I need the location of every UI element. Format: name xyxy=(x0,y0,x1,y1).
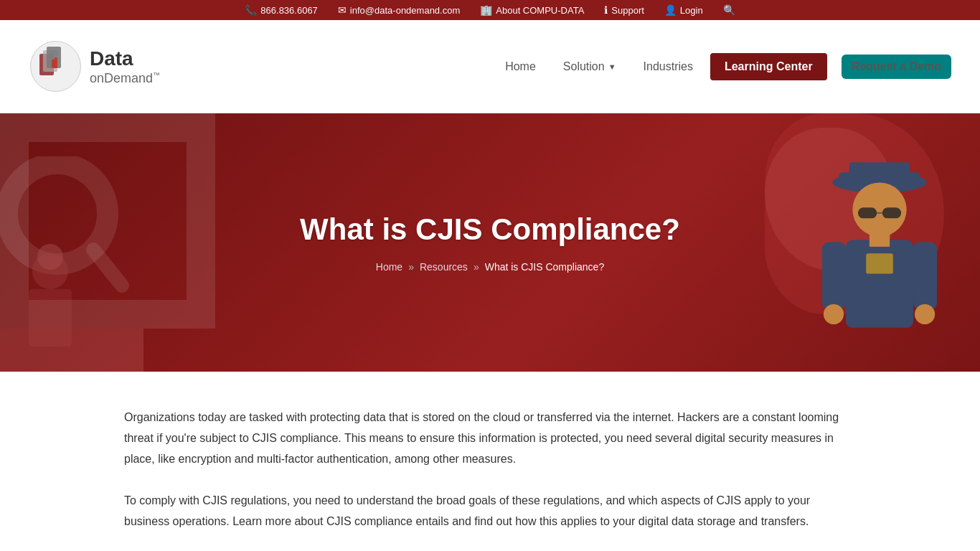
building-icon: 🏢 xyxy=(480,4,492,16)
search-icon: 🔍 xyxy=(723,4,735,16)
svg-rect-23 xyxy=(870,233,890,247)
breadcrumb-current: What is CJIS Compliance? xyxy=(485,261,605,273)
support-link[interactable]: ℹ Support xyxy=(604,4,644,16)
logo-text: Data onDemand™ xyxy=(90,47,160,86)
police-figure-svg xyxy=(779,142,980,372)
hero-content: What is CJIS Compliance? Home » Resource… xyxy=(300,212,680,273)
svg-rect-19 xyxy=(822,242,846,309)
about-link[interactable]: 🏢 About COMPU-DATA xyxy=(480,4,584,16)
breadcrumb-separator-1: » xyxy=(408,261,414,273)
breadcrumb-home[interactable]: Home xyxy=(376,261,402,273)
content-paragraph-1: Organizations today are tasked with prot… xyxy=(124,408,856,469)
solution-dropdown-icon: ▼ xyxy=(608,62,616,71)
nav-home[interactable]: Home xyxy=(495,55,546,79)
nav-solution[interactable]: Solution ▼ xyxy=(553,55,626,79)
svg-rect-12 xyxy=(849,162,910,176)
search-link[interactable]: 🔍 xyxy=(723,4,735,16)
logo-svg xyxy=(29,39,83,93)
svg-rect-17 xyxy=(846,240,913,327)
nav-learning-center[interactable]: Learning Center xyxy=(710,53,827,80)
svg-point-21 xyxy=(824,304,844,324)
svg-line-6 xyxy=(93,250,122,286)
main-nav: Data onDemand™ Home Solution ▼ Industrie… xyxy=(0,20,980,113)
phone-link[interactable]: 📞 866.836.6067 xyxy=(245,4,318,16)
svg-point-22 xyxy=(915,304,935,324)
breadcrumb-separator-2: » xyxy=(473,261,479,273)
svg-rect-14 xyxy=(858,207,877,218)
svg-rect-4 xyxy=(52,60,57,68)
svg-rect-18 xyxy=(866,253,893,273)
nav-links: Home Solution ▼ Industries Learning Cent… xyxy=(495,53,951,80)
left-figure-svg xyxy=(0,156,143,372)
top-bar: 📞 866.836.6067 ✉ info@data-ondemand.com … xyxy=(0,0,980,20)
svg-rect-8 xyxy=(29,289,72,347)
svg-rect-20 xyxy=(913,242,937,309)
phone-icon: 📞 xyxy=(245,4,257,16)
nav-industries[interactable]: Industries xyxy=(633,55,703,79)
svg-point-9 xyxy=(37,244,63,270)
user-icon: 👤 xyxy=(664,4,677,16)
breadcrumb-resources[interactable]: Resources xyxy=(420,261,468,273)
hero-section: What is CJIS Compliance? Home » Resource… xyxy=(0,113,980,372)
svg-rect-15 xyxy=(882,207,901,218)
content-paragraph-2: To comply with CJIS regulations, you nee… xyxy=(124,491,856,532)
main-content: Organizations today are tasked with prot… xyxy=(95,372,885,551)
email-icon: ✉ xyxy=(338,4,347,16)
login-link[interactable]: 👤 Login xyxy=(664,4,703,16)
logo[interactable]: Data onDemand™ xyxy=(29,39,160,93)
email-link[interactable]: ✉ info@data-ondemand.com xyxy=(338,4,460,16)
support-icon: ℹ xyxy=(604,4,608,16)
breadcrumb: Home » Resources » What is CJIS Complian… xyxy=(300,261,680,273)
request-demo-button[interactable]: Request a Demo xyxy=(842,55,951,79)
hero-title: What is CJIS Compliance? xyxy=(300,212,680,247)
